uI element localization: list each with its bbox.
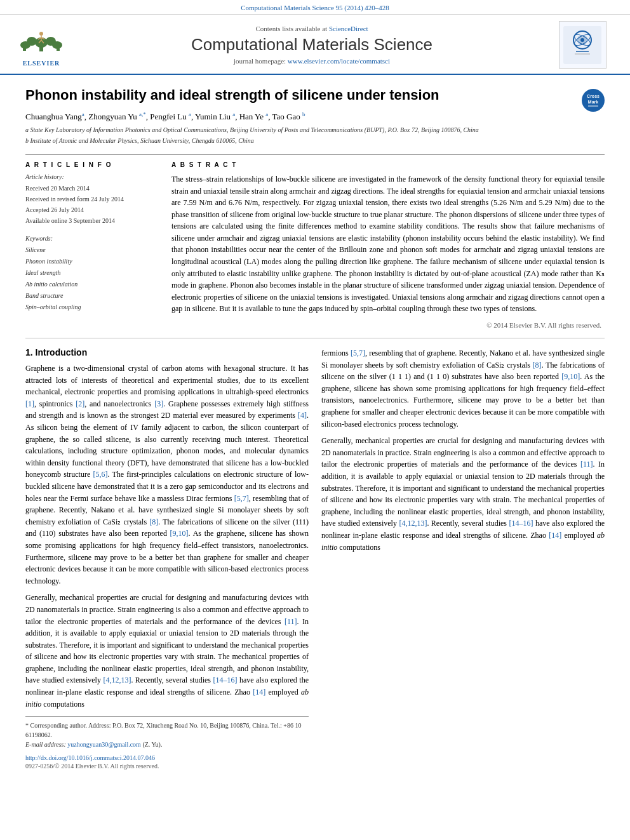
article-title: Phonon instability and ideal strength of… <box>25 86 605 105</box>
svg-rect-6 <box>23 46 26 51</box>
body-content: 1. Introduction Graphene is a two-dimens… <box>0 347 630 770</box>
right-para2: Generally, mechanical properties are cru… <box>321 435 605 553</box>
keyword-silicene: Silicene <box>25 244 159 256</box>
copyright-line: © 2014 Elsevier B.V. All rights reserved… <box>171 321 605 329</box>
abstract-heading: A B S T R A C T <box>171 161 605 168</box>
elsevier-brand-text: ELSEVIER <box>23 60 60 67</box>
journal-header: ELSEVIER Contents lists available at Sci… <box>0 15 630 75</box>
affiliation-b: b Institute of Atomic and Molecular Phys… <box>25 137 605 145</box>
keyword-band: Band structure <box>25 290 159 302</box>
article-info-abstract-columns: A R T I C L E I N F O Article history: R… <box>25 154 605 329</box>
journal-logo-box <box>559 21 607 69</box>
svg-text:Cross: Cross <box>587 94 600 98</box>
doi-area: http://dx.doi.org/10.1016/j.commatsci.20… <box>25 754 309 770</box>
email-link[interactable]: yuzhongyuan30@gmail.com <box>67 741 141 748</box>
svg-point-21 <box>580 38 584 42</box>
svg-text:Mark: Mark <box>588 100 598 104</box>
elsevier-logo-area: ELSEVIER <box>13 23 70 67</box>
sciencedirect-line: Contents lists available at ScienceDirec… <box>83 25 541 32</box>
homepage-url[interactable]: www.elsevier.com/locate/commatsci <box>288 57 390 65</box>
footnotes-area: * Corresponding author. Address: P.O. Bo… <box>25 716 309 749</box>
keywords-label: Keywords: <box>25 235 159 242</box>
journal-citation-line: Computational Materials Science 95 (2014… <box>0 0 630 15</box>
doi-link[interactable]: http://dx.doi.org/10.1016/j.commatsci.20… <box>25 754 309 761</box>
footnote-corresponding: * Corresponding author. Address: P.O. Bo… <box>25 721 309 740</box>
history-label: Article history: <box>25 173 159 180</box>
crossmark-area: Cross Mark <box>582 89 605 112</box>
nonlinear-word: nonlinear <box>102 664 130 673</box>
keyword-spin: Spin–orbital coupling <box>25 302 159 313</box>
keywords-list: Silicene Phonon instability Ideal streng… <box>25 244 159 313</box>
affiliation-a: a State Key Laboratory of Information Ph… <box>25 126 605 135</box>
journal-title: Computational Materials Science <box>83 35 541 55</box>
intro-heading: 1. Introduction <box>25 347 309 357</box>
keywords-block: Keywords: Silicene Phonon instability Id… <box>25 235 159 313</box>
journal-homepage: journal homepage: www.elsevier.com/locat… <box>83 57 541 65</box>
intro-para2: Generally, mechanical properties are cru… <box>25 592 309 710</box>
keyword-ideal-strength: Ideal strength <box>25 267 159 279</box>
article-info-column: A R T I C L E I N F O Article history: R… <box>25 161 159 329</box>
abstract-text: The stress–strain relationships of low-b… <box>171 173 605 315</box>
section-divider <box>25 338 605 338</box>
body-right-col: fermions [5,7], resembling that of graph… <box>321 347 605 770</box>
keyword-phonon: Phonon instability <box>25 256 159 267</box>
intro-para1: Graphene is a two-dimensional crystal of… <box>25 363 309 587</box>
body-left-col: 1. Introduction Graphene is a two-dimens… <box>25 347 309 770</box>
svg-point-8 <box>39 32 43 36</box>
footnote-email: E-mail address: yuzhongyuan30@gmail.com … <box>25 740 309 749</box>
abstract-column: A B S T R A C T The stress–strain relati… <box>171 161 605 329</box>
crossmark-badge: Cross Mark <box>582 89 605 112</box>
journal-logo-area <box>554 21 611 69</box>
authors-line: Chuanghua Yanga, Zhongyuan Yu a,*, Pengf… <box>25 111 605 122</box>
article-section: Cross Mark Phonon instability and ideal … <box>0 75 630 329</box>
elsevier-logo <box>13 23 70 58</box>
svg-rect-7 <box>57 46 60 51</box>
sciencedirect-link[interactable]: ScienceDirect <box>329 25 368 32</box>
article-dates: Received 20 March 2014 Received in revis… <box>25 183 159 226</box>
right-para1: fermions [5,7], resembling that of graph… <box>321 347 605 430</box>
keyword-ab-initio: Ab initio calculation <box>25 279 159 290</box>
header-center: Contents lists available at ScienceDirec… <box>70 25 554 65</box>
crossmark-icon: Cross Mark <box>582 89 605 112</box>
elsevier-tree-icon <box>19 29 64 53</box>
article-history-block: Article history: Received 20 March 2014 … <box>25 173 159 226</box>
article-info-heading: A R T I C L E I N F O <box>25 161 159 168</box>
journal-logo-icon <box>563 26 601 64</box>
footer-copyright: 0927-0256/© 2014 Elsevier B.V. All right… <box>25 763 309 770</box>
